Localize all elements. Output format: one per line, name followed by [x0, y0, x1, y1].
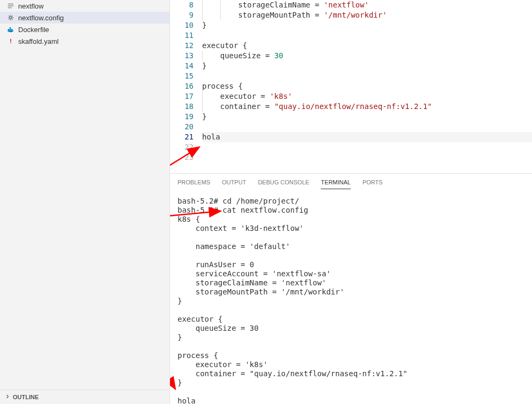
outline-section-header[interactable]: OUTLINE	[0, 390, 169, 404]
line-number: 12	[170, 41, 194, 51]
line-number: 23	[170, 152, 194, 162]
line-number: 14	[170, 61, 194, 71]
chevron-right-icon	[4, 393, 11, 401]
svg-rect-2	[8, 7, 12, 9]
docker-icon	[6, 25, 15, 34]
svg-text:!: !	[10, 38, 12, 44]
panel-tab-terminal[interactable]: TERMINAL	[321, 179, 351, 189]
line-number: 19	[170, 112, 194, 122]
line-number: 16	[170, 81, 194, 91]
line-number-gutter: 891011121314151617181920212223	[170, 0, 202, 173]
code-line[interactable]: executor = 'k8s'	[202, 91, 532, 102]
panel-tabs: PROBLEMSOUTPUTDEBUG CONSOLETERMINALPORTS	[170, 174, 532, 195]
line-number: 8	[170, 0, 194, 10]
sidebar: nextflownextflow.configDockerfile!skaffo…	[0, 0, 170, 404]
svg-rect-0	[8, 4, 14, 5]
code-line[interactable]	[202, 152, 532, 162]
code-line[interactable]: storageMountPath = '/mnt/workdir'	[202, 10, 532, 20]
line-number: 22	[170, 142, 194, 152]
code-line[interactable]	[202, 142, 532, 152]
line-number: 13	[170, 51, 194, 61]
panel-tab-ports[interactable]: PORTS	[363, 179, 383, 189]
panel-tab-output[interactable]: OUTPUT	[222, 179, 246, 189]
line-number: 18	[170, 102, 194, 112]
file-item-Dockerfile[interactable]: Dockerfile	[0, 24, 169, 35]
terminal-panel: PROBLEMSOUTPUTDEBUG CONSOLETERMINALPORTS…	[170, 173, 532, 404]
code-line[interactable]: }	[202, 20, 532, 30]
code-line[interactable]: hola	[202, 132, 532, 142]
file-label: Dockerfile	[18, 26, 49, 34]
code-editor[interactable]: 891011121314151617181920212223 storageCl…	[170, 0, 532, 173]
code-line[interactable]: container = "quay.io/nextflow/rnaseq-nf:…	[202, 102, 532, 112]
code-line[interactable]: queueSize = 30	[202, 51, 532, 61]
file-item-skaffold-yaml[interactable]: !skaffold.yaml	[0, 35, 169, 47]
yaml-icon: !	[6, 37, 15, 45]
line-number: 10	[170, 20, 194, 30]
line-number: 11	[170, 30, 194, 41]
code-line[interactable]	[202, 30, 532, 41]
main-area: 891011121314151617181920212223 storageCl…	[170, 0, 532, 404]
code-line[interactable]: process {	[202, 81, 532, 91]
code-line[interactable]: executor {	[202, 41, 532, 51]
svg-rect-5	[10, 29, 11, 30]
nextflow-icon	[6, 2, 15, 10]
line-number: 17	[170, 91, 194, 102]
code-line[interactable]: storageClaimName = 'nextflow'	[202, 0, 532, 10]
svg-rect-4	[8, 29, 10, 30]
panel-tab-problems[interactable]: PROBLEMS	[178, 179, 210, 189]
file-label: nextflow	[18, 2, 44, 10]
file-label: nextflow.config	[18, 14, 64, 22]
file-explorer: nextflownextflow.configDockerfile!skaffo…	[0, 0, 169, 390]
line-number: 20	[170, 122, 194, 132]
gear-icon	[6, 13, 15, 22]
svg-rect-6	[10, 27, 11, 29]
terminal-output[interactable]: bash-5.2# cd /home/project/ bash-5.2# ca…	[170, 195, 532, 404]
line-number: 21	[170, 132, 194, 142]
code-line[interactable]: }	[202, 112, 532, 122]
svg-point-3	[10, 17, 12, 19]
line-number: 9	[170, 10, 194, 20]
line-number: 15	[170, 71, 194, 81]
panel-tab-debug-console[interactable]: DEBUG CONSOLE	[258, 179, 309, 189]
code-line[interactable]	[202, 122, 532, 132]
file-item-nextflow-config[interactable]: nextflow.config	[0, 12, 169, 24]
file-item-nextflow[interactable]: nextflow	[0, 0, 169, 12]
code-line[interactable]	[202, 71, 532, 81]
svg-rect-1	[8, 5, 14, 6]
code-line[interactable]: }	[202, 61, 532, 71]
file-label: skaffold.yaml	[18, 37, 59, 45]
outline-label: OUTLINE	[13, 394, 38, 400]
code-content[interactable]: storageClaimName = 'nextflow' storageMou…	[202, 0, 532, 173]
svg-rect-7	[11, 29, 13, 30]
